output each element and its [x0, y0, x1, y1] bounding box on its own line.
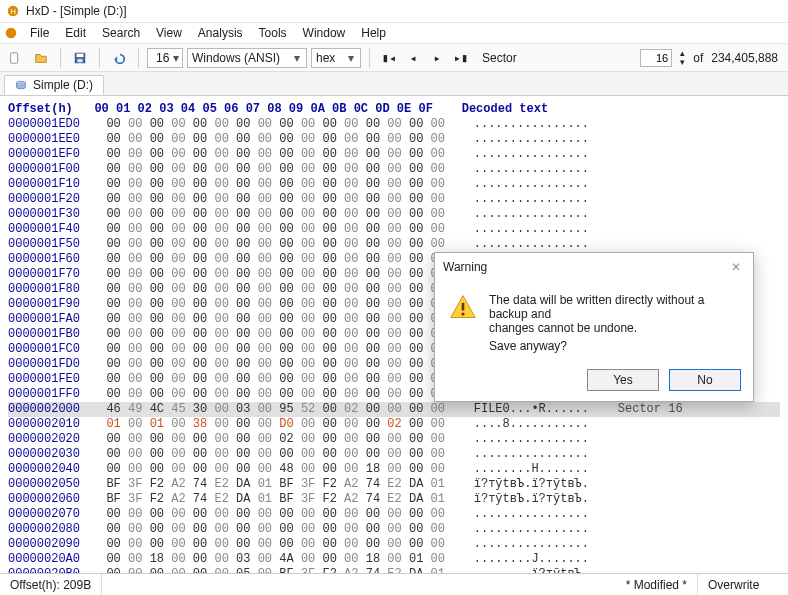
hex-row[interactable]: 0000002080 00 00 00 00 00 00 00 00 00 00…: [8, 522, 780, 537]
hex-row[interactable]: 0000002030 00 00 00 00 00 00 00 00 00 00…: [8, 447, 780, 462]
open-file-button[interactable]: [30, 47, 52, 69]
hex-row[interactable]: 0000001F30 00 00 00 00 00 00 00 00 00 00…: [8, 207, 780, 222]
hex-row[interactable]: 0000002000 46 49 4C 45 30 00 03 00 95 52…: [8, 402, 780, 417]
dialog-text: The data will be written directly withou…: [489, 293, 739, 353]
first-sector-button[interactable]: ▮◂: [378, 47, 400, 69]
undo-button[interactable]: [108, 47, 130, 69]
decoded-text: ................: [474, 507, 589, 521]
offset-cell: 0000002090: [8, 537, 92, 552]
decoded-text: ........H.......: [474, 462, 589, 476]
menu-edit[interactable]: Edit: [57, 24, 94, 42]
hex-row[interactable]: 0000002060 BF 3F F2 A2 74 E2 DA 01 BF 3F…: [8, 492, 780, 507]
offset-cell: 0000001FD0: [8, 357, 92, 372]
offset-cell: 0000001ED0: [8, 117, 92, 132]
chevron-down-icon: ▾: [292, 51, 302, 65]
close-icon[interactable]: ✕: [727, 260, 745, 274]
decoded-text: ................: [474, 537, 589, 551]
menu-window[interactable]: Window: [295, 24, 354, 42]
tab-label: Simple (D:): [33, 78, 93, 92]
offset-cell: 0000002080: [8, 522, 92, 537]
separator: [99, 48, 100, 68]
no-button[interactable]: No: [669, 369, 741, 391]
status-modified: * Modified *: [616, 574, 698, 595]
sector-input[interactable]: [640, 49, 672, 67]
offset-cell: 0000001F70: [8, 267, 92, 282]
menu-search[interactable]: Search: [94, 24, 148, 42]
app-menu-icon: [4, 26, 18, 40]
bytes-per-row-combo[interactable]: 16 ▾: [147, 48, 183, 68]
offset-cell: 0000002010: [8, 417, 92, 432]
new-file-button[interactable]: [4, 47, 26, 69]
save-button[interactable]: [69, 47, 91, 69]
decoded-text: ї?тўtвЪ.ї?тўtвЪ.: [474, 477, 589, 491]
menu-tools[interactable]: Tools: [251, 24, 295, 42]
hex-row[interactable]: 0000001F20 00 00 00 00 00 00 00 00 00 00…: [8, 192, 780, 207]
offset-cell: 0000002060: [8, 492, 92, 507]
app-icon: H: [6, 4, 20, 18]
offset-cell: 0000002070: [8, 507, 92, 522]
menu-view[interactable]: View: [148, 24, 190, 42]
last-sector-button[interactable]: ▸▮: [450, 47, 472, 69]
tab-simple-d[interactable]: Simple (D:): [4, 75, 104, 95]
decoded-text: FILE0...•R......: [474, 402, 589, 416]
hex-row[interactable]: 0000002010 01 00 01 00 38 00 00 00 D0 00…: [8, 417, 780, 432]
decoded-text: ................: [474, 177, 589, 191]
hex-row[interactable]: 0000001F50 00 00 00 00 00 00 00 00 00 00…: [8, 237, 780, 252]
decoded-text: ................: [474, 222, 589, 236]
number-base-value: hex: [316, 51, 335, 65]
decoded-text: ................: [474, 162, 589, 176]
hex-row[interactable]: 0000001EF0 00 00 00 00 00 00 00 00 00 00…: [8, 147, 780, 162]
menu-analysis[interactable]: Analysis: [190, 24, 251, 42]
warning-icon: [449, 293, 477, 321]
hex-row[interactable]: 0000001ED0 00 00 00 00 00 00 00 00 00 00…: [8, 117, 780, 132]
offset-cell: 0000001FE0: [8, 372, 92, 387]
hex-header: Offset(h) 00 01 02 03 04 05 06 07 08 09 …: [8, 102, 780, 117]
decoded-text: ................: [474, 447, 589, 461]
offset-cell: 0000001FB0: [8, 327, 92, 342]
decoded-text: ................: [474, 132, 589, 146]
decoded-text: ................: [474, 522, 589, 536]
chevron-down-icon: ▾: [173, 51, 179, 65]
separator: [60, 48, 61, 68]
sector-total: 234,405,888: [711, 51, 778, 65]
offset-cell: 0000001F50: [8, 237, 92, 252]
offset-cell: 0000001F00: [8, 162, 92, 177]
offset-cell: 0000001F80: [8, 282, 92, 297]
prev-sector-button[interactable]: ◂: [402, 47, 424, 69]
decoded-text: ................: [474, 117, 589, 131]
hex-row[interactable]: 0000001F40 00 00 00 00 00 00 00 00 00 00…: [8, 222, 780, 237]
offset-cell: 0000001F10: [8, 177, 92, 192]
sector-of-label: of: [693, 51, 703, 65]
chevron-down-icon: ▾: [346, 51, 356, 65]
hex-row[interactable]: 00000020A0 00 00 18 00 00 00 03 00 4A 00…: [8, 552, 780, 567]
offset-cell: 00000020B0: [8, 567, 92, 573]
decoded-text: ................: [474, 237, 589, 251]
hex-row[interactable]: 0000002090 00 00 00 00 00 00 00 00 00 00…: [8, 537, 780, 552]
sector-nav: ▮◂ ◂ ▸ ▸▮: [378, 47, 472, 69]
menu-help[interactable]: Help: [353, 24, 394, 42]
decoded-text: ................: [474, 207, 589, 221]
decoded-text: ................: [474, 147, 589, 161]
offset-cell: 0000001F40: [8, 222, 92, 237]
offset-cell: 0000001EF0: [8, 147, 92, 162]
window-title: HxD - [Simple (D:)]: [26, 4, 127, 18]
next-sector-button[interactable]: ▸: [426, 47, 448, 69]
number-base-select[interactable]: hex ▾: [311, 48, 361, 68]
hex-row[interactable]: 0000002020 00 00 00 00 00 00 00 00 02 00…: [8, 432, 780, 447]
hex-row[interactable]: 0000002070 00 00 00 00 00 00 00 00 00 00…: [8, 507, 780, 522]
hex-row[interactable]: 0000001F00 00 00 00 00 00 00 00 00 00 00…: [8, 162, 780, 177]
yes-button[interactable]: Yes: [587, 369, 659, 391]
offset-cell: 0000002050: [8, 477, 92, 492]
menu-file[interactable]: File: [22, 24, 57, 42]
hex-row[interactable]: 0000002040 00 00 00 00 00 00 00 00 48 00…: [8, 462, 780, 477]
dialog-title: Warning: [443, 260, 487, 274]
svg-rect-6: [77, 53, 84, 57]
spinner-icon[interactable]: ▴▾: [680, 49, 685, 67]
hex-row[interactable]: 0000001F10 00 00 00 00 00 00 00 00 00 00…: [8, 177, 780, 192]
offset-cell: 0000001F30: [8, 207, 92, 222]
encoding-select[interactable]: Windows (ANSI) ▾: [187, 48, 307, 68]
decoded-text: ................: [474, 192, 589, 206]
sector-marker: Sector 16: [618, 402, 683, 416]
hex-row[interactable]: 0000002050 BF 3F F2 A2 74 E2 DA 01 BF 3F…: [8, 477, 780, 492]
hex-row[interactable]: 0000001EE0 00 00 00 00 00 00 00 00 00 00…: [8, 132, 780, 147]
